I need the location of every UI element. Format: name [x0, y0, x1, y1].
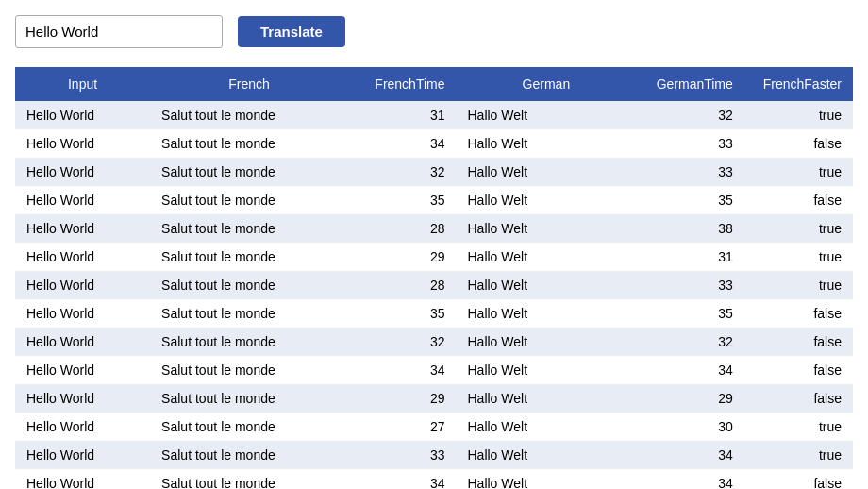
cell-german: Hallo Welt: [457, 243, 637, 271]
table-row: Hello WorldSalut tout le monde34Hallo We…: [15, 469, 853, 489]
cell-germantime: 32: [636, 328, 743, 356]
cell-frenchtime: 29: [348, 384, 456, 413]
cell-frenchfaster: true: [744, 243, 853, 271]
cell-germantime: 33: [636, 129, 743, 158]
cell-input: Hello World: [15, 271, 150, 299]
cell-french: Salut tout le monde: [150, 469, 348, 489]
cell-french: Salut tout le monde: [150, 271, 348, 299]
cell-french: Salut tout le monde: [150, 129, 348, 158]
cell-german: Hallo Welt: [457, 101, 637, 129]
cell-germantime: 31: [636, 243, 743, 271]
table-body: Hello WorldSalut tout le monde31Hallo We…: [15, 101, 853, 489]
cell-germantime: 32: [636, 101, 743, 129]
cell-input: Hello World: [15, 186, 150, 214]
cell-input: Hello World: [15, 101, 150, 129]
results-table: Input French FrenchTime German GermanTim…: [15, 67, 853, 489]
table-row: Hello WorldSalut tout le monde34Hallo We…: [15, 129, 853, 158]
cell-input: Hello World: [15, 158, 150, 186]
cell-frenchtime: 35: [348, 299, 456, 328]
cell-frenchtime: 27: [348, 413, 456, 441]
cell-german: Hallo Welt: [457, 271, 637, 299]
cell-french: Salut tout le monde: [150, 413, 348, 441]
cell-frenchfaster: false: [744, 328, 853, 356]
cell-french: Salut tout le monde: [150, 441, 348, 469]
cell-input: Hello World: [15, 413, 150, 441]
cell-german: Hallo Welt: [457, 356, 637, 384]
cell-frenchtime: 34: [348, 469, 456, 489]
col-header-frenchfaster: FrenchFaster: [744, 67, 853, 101]
table-row: Hello WorldSalut tout le monde28Hallo We…: [15, 271, 853, 299]
cell-french: Salut tout le monde: [150, 214, 348, 243]
cell-input: Hello World: [15, 328, 150, 356]
cell-germantime: 29: [636, 384, 743, 413]
cell-frenchfaster: true: [744, 158, 853, 186]
cell-french: Salut tout le monde: [150, 356, 348, 384]
cell-frenchfaster: true: [744, 441, 853, 469]
cell-input: Hello World: [15, 299, 150, 328]
table-row: Hello WorldSalut tout le monde31Hallo We…: [15, 101, 853, 129]
cell-french: Salut tout le monde: [150, 299, 348, 328]
col-header-german: German: [457, 67, 637, 101]
cell-germantime: 34: [636, 441, 743, 469]
cell-frenchfaster: true: [744, 101, 853, 129]
table-row: Hello WorldSalut tout le monde29Hallo We…: [15, 384, 853, 413]
cell-german: Hallo Welt: [457, 328, 637, 356]
translate-button[interactable]: Translate: [238, 16, 345, 47]
cell-frenchtime: 28: [348, 214, 456, 243]
table-header: Input French FrenchTime German GermanTim…: [15, 67, 853, 101]
cell-input: Hello World: [15, 129, 150, 158]
search-input[interactable]: [15, 15, 223, 48]
cell-french: Salut tout le monde: [150, 101, 348, 129]
cell-german: Hallo Welt: [457, 186, 637, 214]
table-row: Hello WorldSalut tout le monde29Hallo We…: [15, 243, 853, 271]
table-row: Hello WorldSalut tout le monde32Hallo We…: [15, 158, 853, 186]
cell-french: Salut tout le monde: [150, 243, 348, 271]
col-header-germantime: GermanTime: [636, 67, 743, 101]
cell-frenchfaster: true: [744, 413, 853, 441]
cell-german: Hallo Welt: [457, 384, 637, 413]
cell-input: Hello World: [15, 214, 150, 243]
cell-frenchfaster: false: [744, 469, 853, 489]
cell-french: Salut tout le monde: [150, 328, 348, 356]
cell-frenchtime: 34: [348, 129, 456, 158]
cell-frenchtime: 32: [348, 328, 456, 356]
col-header-frenchtime: FrenchTime: [348, 67, 456, 101]
table-row: Hello WorldSalut tout le monde35Hallo We…: [15, 186, 853, 214]
cell-frenchtime: 28: [348, 271, 456, 299]
cell-germantime: 38: [636, 214, 743, 243]
cell-input: Hello World: [15, 384, 150, 413]
toolbar: Translate: [15, 15, 853, 48]
cell-input: Hello World: [15, 469, 150, 489]
cell-frenchfaster: true: [744, 271, 853, 299]
cell-frenchfaster: false: [744, 384, 853, 413]
cell-input: Hello World: [15, 356, 150, 384]
cell-frenchfaster: true: [744, 214, 853, 243]
cell-frenchtime: 34: [348, 356, 456, 384]
table-row: Hello WorldSalut tout le monde28Hallo We…: [15, 214, 853, 243]
col-header-input: Input: [15, 67, 150, 101]
cell-frenchfaster: false: [744, 299, 853, 328]
cell-germantime: 33: [636, 271, 743, 299]
cell-german: Hallo Welt: [457, 129, 637, 158]
cell-frenchfaster: false: [744, 186, 853, 214]
cell-germantime: 35: [636, 299, 743, 328]
cell-germantime: 35: [636, 186, 743, 214]
cell-frenchtime: 33: [348, 441, 456, 469]
cell-frenchfaster: false: [744, 356, 853, 384]
cell-german: Hallo Welt: [457, 299, 637, 328]
table-row: Hello WorldSalut tout le monde27Hallo We…: [15, 413, 853, 441]
cell-french: Salut tout le monde: [150, 158, 348, 186]
cell-germantime: 34: [636, 469, 743, 489]
cell-german: Hallo Welt: [457, 158, 637, 186]
table-row: Hello WorldSalut tout le monde33Hallo We…: [15, 441, 853, 469]
cell-input: Hello World: [15, 441, 150, 469]
cell-frenchtime: 29: [348, 243, 456, 271]
cell-german: Hallo Welt: [457, 441, 637, 469]
table-row: Hello WorldSalut tout le monde35Hallo We…: [15, 299, 853, 328]
cell-frenchtime: 35: [348, 186, 456, 214]
cell-french: Salut tout le monde: [150, 384, 348, 413]
cell-german: Hallo Welt: [457, 413, 637, 441]
cell-input: Hello World: [15, 243, 150, 271]
cell-germantime: 33: [636, 158, 743, 186]
cell-german: Hallo Welt: [457, 469, 637, 489]
